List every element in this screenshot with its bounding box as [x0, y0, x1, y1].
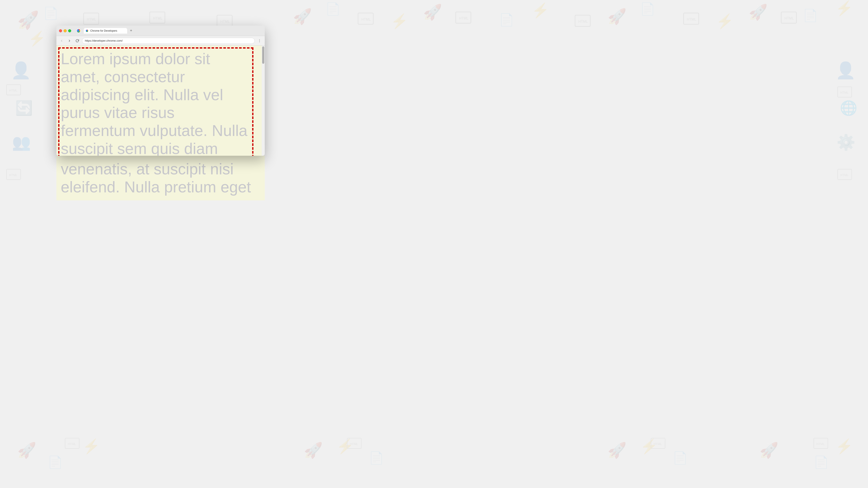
svg-rect-34 [6, 85, 21, 95]
svg-rect-17 [150, 12, 165, 23]
svg-rect-21 [358, 13, 373, 24]
svg-point-67 [78, 30, 80, 31]
svg-text:📄: 📄 [48, 455, 63, 469]
svg-rect-23 [456, 12, 471, 23]
svg-text:🌐: 🌐 [840, 100, 858, 117]
url-text: https://developer.chrome.com/ [85, 39, 252, 42]
below-fold-content: venenatis, at suscipit nisi eleifend. Nu… [56, 156, 265, 200]
svg-rect-29 [781, 12, 796, 23]
scrollbar-thumb[interactable] [262, 46, 264, 64]
svg-text:⚡: ⚡ [83, 438, 100, 455]
browser-menu-button[interactable] [256, 38, 262, 44]
svg-text:📄: 📄 [43, 6, 58, 21]
close-button[interactable] [59, 29, 62, 32]
svg-text:HTML: HTML [87, 18, 96, 21]
svg-rect-44 [65, 438, 79, 449]
svg-text:⚡: ⚡ [532, 2, 550, 19]
scrollbar-track[interactable] [262, 45, 265, 156]
svg-text:👤: 👤 [11, 61, 31, 80]
svg-text:HTML: HTML [687, 18, 696, 21]
svg-text:📄: 📄 [803, 8, 818, 23]
svg-text:HTML: HTML [361, 18, 371, 21]
back-button[interactable] [59, 38, 65, 44]
svg-text:HTML: HTML [840, 91, 848, 94]
svg-text:HTML: HTML [68, 442, 76, 446]
svg-rect-61 [6, 169, 21, 180]
svg-rect-19 [217, 15, 232, 27]
svg-text:⚡: ⚡ [640, 438, 658, 455]
svg-text:📄: 📄 [499, 13, 514, 27]
svg-point-69 [86, 30, 88, 31]
reload-button[interactable] [74, 38, 80, 44]
svg-text:HTML: HTML [220, 20, 230, 24]
svg-rect-63 [838, 169, 852, 180]
svg-rect-15 [84, 13, 99, 24]
svg-text:🚀: 🚀 [18, 442, 36, 459]
tab-title: Chrome for Developers [90, 29, 117, 32]
svg-text:📄: 📄 [640, 2, 655, 16]
svg-text:🚀: 🚀 [18, 10, 39, 30]
forward-button[interactable] [66, 38, 72, 44]
browser-window: Chrome for Developers + https://develope… [56, 26, 265, 156]
svg-rect-27 [684, 13, 699, 24]
svg-text:🚀: 🚀 [304, 442, 323, 459]
traffic-lights [59, 29, 71, 32]
svg-text:HTML: HTML [153, 17, 162, 20]
active-tab[interactable]: Chrome for Developers [84, 28, 127, 34]
nav-bar: https://developer.chrome.com/ [56, 36, 265, 45]
svg-text:📄: 📄 [369, 451, 384, 465]
svg-text:HTML: HTML [840, 173, 848, 177]
lorem-text-content: Lorem ipsum dolor sit amet, consectetur … [61, 50, 247, 156]
svg-text:⚡: ⚡ [716, 13, 734, 30]
svg-rect-49 [347, 438, 361, 449]
svg-text:⚡: ⚡ [28, 30, 46, 47]
svg-rect-25 [575, 15, 590, 27]
svg-text:📄: 📄 [673, 451, 688, 465]
svg-text:🚀: 🚀 [608, 8, 627, 26]
svg-text:⚡: ⚡ [835, 438, 853, 455]
svg-text:⚙️: ⚙️ [837, 133, 856, 152]
svg-point-71 [259, 40, 260, 41]
svg-text:HTML: HTML [578, 20, 588, 24]
svg-text:🚀: 🚀 [760, 442, 779, 459]
svg-text:📄: 📄 [814, 455, 829, 469]
new-tab-button[interactable]: + [128, 28, 134, 34]
svg-text:👤: 👤 [835, 61, 856, 80]
svg-text:⚡: ⚡ [391, 13, 408, 30]
svg-text:🚀: 🚀 [608, 442, 627, 459]
chrome-logo-icon [76, 29, 81, 33]
svg-text:👥: 👥 [12, 133, 31, 152]
svg-text:🚀: 🚀 [293, 8, 312, 26]
svg-text:📄: 📄 [326, 2, 340, 16]
minimize-button[interactable] [64, 29, 67, 32]
svg-text:🚀: 🚀 [749, 3, 768, 21]
svg-point-70 [259, 39, 260, 40]
svg-text:HTML: HTML [459, 17, 468, 20]
svg-point-72 [259, 42, 260, 42]
svg-rect-59 [814, 438, 828, 449]
svg-text:HTML: HTML [9, 173, 18, 177]
svg-text:🔄: 🔄 [15, 100, 33, 117]
tab-favicon [86, 29, 89, 32]
svg-text:⚡: ⚡ [835, 0, 853, 17]
svg-rect-54 [651, 438, 665, 449]
svg-text:HTML: HTML [784, 17, 794, 20]
address-bar[interactable]: https://developer.chrome.com/ [82, 38, 255, 44]
svg-text:HTML: HTML [350, 442, 358, 446]
maximize-button[interactable] [68, 29, 71, 32]
svg-rect-39 [838, 87, 852, 97]
svg-text:🚀: 🚀 [423, 3, 442, 21]
svg-text:HTML: HTML [816, 442, 825, 446]
page-content: Lorem ipsum dolor sit amet, consectetur … [56, 45, 265, 156]
svg-text:HTML: HTML [654, 442, 662, 446]
tab-area: Chrome for Developers + [84, 28, 262, 34]
svg-text:⚡: ⚡ [336, 438, 354, 455]
below-fold-text: venenatis, at suscipit nisi eleifend. Nu… [61, 160, 260, 196]
svg-text:HTML: HTML [9, 89, 18, 92]
title-bar: Chrome for Developers + [56, 26, 265, 36]
lorem-ipsum-text: Lorem ipsum dolor sit amet, consectetur … [56, 45, 254, 156]
